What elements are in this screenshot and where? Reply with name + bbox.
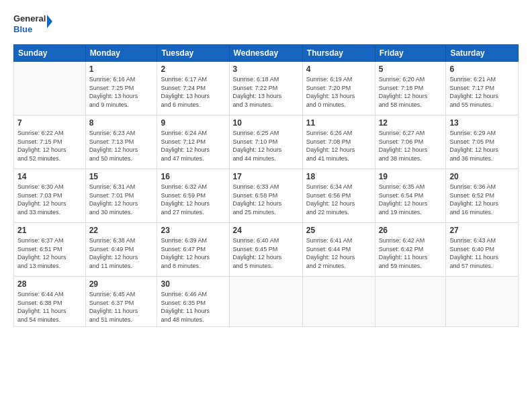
- day-info: Sunrise: 6:32 AMSunset: 6:59 PMDaylight:…: [161, 183, 225, 216]
- day-number: 6: [449, 64, 515, 74]
- calendar-cell: [375, 277, 446, 327]
- day-info: Sunrise: 6:18 AMSunset: 7:22 PMDaylight:…: [233, 75, 299, 109]
- day-info: Sunrise: 6:39 AMSunset: 6:47 PMDaylight:…: [161, 236, 225, 270]
- day-number: 25: [306, 226, 371, 235]
- day-info: Sunrise: 6:42 AMSunset: 6:42 PMDaylight:…: [379, 236, 443, 270]
- day-number: 26: [379, 226, 443, 235]
- day-number: 5: [379, 64, 443, 74]
- calendar-cell: 19Sunrise: 6:35 AMSunset: 6:54 PMDayligh…: [375, 169, 446, 223]
- calendar-cell: 5Sunrise: 6:20 AMSunset: 7:18 PMDaylight…: [375, 62, 446, 116]
- calendar-cell: 21Sunrise: 6:37 AMSunset: 6:51 PMDayligh…: [14, 223, 86, 277]
- day-number: 1: [89, 64, 154, 74]
- day-info: Sunrise: 6:33 AMSunset: 6:58 PMDaylight:…: [233, 183, 299, 216]
- day-info: Sunrise: 6:21 AMSunset: 7:17 PMDaylight:…: [449, 75, 515, 109]
- calendar-header-thursday: Thursday: [302, 45, 375, 62]
- calendar-cell: 16Sunrise: 6:32 AMSunset: 6:59 PMDayligh…: [157, 169, 229, 223]
- day-info: Sunrise: 6:45 AMSunset: 6:37 PMDaylight:…: [89, 290, 154, 324]
- day-info: Sunrise: 6:41 AMSunset: 6:44 PMDaylight:…: [306, 236, 371, 270]
- day-info: Sunrise: 6:43 AMSunset: 6:40 PMDaylight:…: [449, 236, 515, 270]
- day-number: 11: [306, 118, 371, 128]
- day-number: 21: [17, 226, 82, 235]
- day-info: Sunrise: 6:40 AMSunset: 6:45 PMDaylight:…: [233, 236, 299, 270]
- day-info: Sunrise: 6:19 AMSunset: 7:20 PMDaylight:…: [306, 75, 371, 109]
- day-number: 16: [161, 172, 225, 181]
- day-number: 23: [161, 226, 225, 235]
- calendar-cell: 22Sunrise: 6:38 AMSunset: 6:49 PMDayligh…: [85, 223, 157, 277]
- day-info: Sunrise: 6:46 AMSunset: 6:35 PMDaylight:…: [161, 290, 225, 324]
- day-number: 8: [89, 118, 154, 128]
- calendar-cell: 6Sunrise: 6:21 AMSunset: 7:17 PMDaylight…: [446, 62, 519, 116]
- day-info: Sunrise: 6:24 AMSunset: 7:12 PMDaylight:…: [161, 129, 225, 163]
- calendar-cell: 28Sunrise: 6:44 AMSunset: 6:38 PMDayligh…: [14, 277, 86, 327]
- day-number: 12: [379, 118, 443, 128]
- day-info: Sunrise: 6:27 AMSunset: 7:06 PMDaylight:…: [379, 129, 443, 163]
- day-number: 4: [306, 64, 371, 74]
- calendar-cell: 24Sunrise: 6:40 AMSunset: 6:45 PMDayligh…: [229, 223, 302, 277]
- day-info: Sunrise: 6:38 AMSunset: 6:49 PMDaylight:…: [89, 236, 154, 270]
- calendar-cell: [229, 277, 302, 327]
- calendar-cell: 18Sunrise: 6:34 AMSunset: 6:56 PMDayligh…: [302, 169, 375, 223]
- day-info: Sunrise: 6:35 AMSunset: 6:54 PMDaylight:…: [379, 183, 443, 216]
- calendar-cell: 15Sunrise: 6:31 AMSunset: 7:01 PMDayligh…: [85, 169, 157, 223]
- day-info: Sunrise: 6:20 AMSunset: 7:18 PMDaylight:…: [379, 75, 443, 109]
- day-number: 27: [449, 226, 515, 235]
- calendar-cell: 9Sunrise: 6:24 AMSunset: 7:12 PMDaylight…: [157, 116, 229, 169]
- calendar-cell: 11Sunrise: 6:26 AMSunset: 7:08 PMDayligh…: [302, 116, 375, 169]
- calendar-cell: [302, 277, 375, 327]
- day-info: Sunrise: 6:29 AMSunset: 7:05 PMDaylight:…: [449, 129, 515, 163]
- day-number: 3: [233, 64, 299, 74]
- day-info: Sunrise: 6:16 AMSunset: 7:25 PMDaylight:…: [89, 75, 154, 109]
- calendar-cell: 1Sunrise: 6:16 AMSunset: 7:25 PMDaylight…: [85, 62, 157, 116]
- day-info: Sunrise: 6:25 AMSunset: 7:10 PMDaylight:…: [233, 129, 299, 163]
- day-number: 14: [17, 172, 82, 181]
- day-info: Sunrise: 6:23 AMSunset: 7:13 PMDaylight:…: [89, 129, 154, 163]
- svg-marker-2: [47, 15, 52, 28]
- day-info: Sunrise: 6:17 AMSunset: 7:24 PMDaylight:…: [161, 75, 225, 109]
- calendar-cell: 25Sunrise: 6:41 AMSunset: 6:44 PMDayligh…: [302, 223, 375, 277]
- calendar-table: SundayMondayTuesdayWednesdayThursdayFrid…: [13, 44, 519, 327]
- day-info: Sunrise: 6:30 AMSunset: 7:03 PMDaylight:…: [17, 183, 82, 216]
- day-number: 13: [449, 118, 515, 128]
- calendar-cell: 12Sunrise: 6:27 AMSunset: 7:06 PMDayligh…: [375, 116, 446, 169]
- day-number: 24: [233, 226, 299, 235]
- day-info: Sunrise: 6:22 AMSunset: 7:15 PMDaylight:…: [17, 129, 82, 163]
- calendar-header-sunday: Sunday: [14, 45, 86, 62]
- day-number: 9: [161, 118, 225, 128]
- day-number: 30: [161, 279, 225, 289]
- svg-text:Blue: Blue: [13, 24, 32, 34]
- calendar-cell: 30Sunrise: 6:46 AMSunset: 6:35 PMDayligh…: [157, 277, 229, 327]
- page-header: General Blue: [13, 11, 519, 38]
- calendar-header-tuesday: Tuesday: [157, 45, 229, 62]
- day-number: 7: [17, 118, 82, 128]
- calendar-header-monday: Monday: [85, 45, 157, 62]
- calendar-header-saturday: Saturday: [446, 45, 519, 62]
- calendar-cell: [14, 62, 86, 116]
- day-info: Sunrise: 6:31 AMSunset: 7:01 PMDaylight:…: [89, 183, 154, 216]
- calendar-cell: 14Sunrise: 6:30 AMSunset: 7:03 PMDayligh…: [14, 169, 86, 223]
- logo: General Blue: [13, 11, 54, 38]
- calendar-cell: 23Sunrise: 6:39 AMSunset: 6:47 PMDayligh…: [157, 223, 229, 277]
- svg-text:General: General: [13, 13, 46, 24]
- calendar-cell: 17Sunrise: 6:33 AMSunset: 6:58 PMDayligh…: [229, 169, 302, 223]
- day-number: 29: [89, 279, 154, 289]
- calendar-cell: 29Sunrise: 6:45 AMSunset: 6:37 PMDayligh…: [85, 277, 157, 327]
- calendar-header-wednesday: Wednesday: [229, 45, 302, 62]
- calendar-cell: 8Sunrise: 6:23 AMSunset: 7:13 PMDaylight…: [85, 116, 157, 169]
- calendar-cell: 13Sunrise: 6:29 AMSunset: 7:05 PMDayligh…: [446, 116, 519, 169]
- calendar-cell: 27Sunrise: 6:43 AMSunset: 6:40 PMDayligh…: [446, 223, 519, 277]
- day-number: 2: [161, 64, 225, 74]
- day-number: 22: [89, 226, 154, 235]
- day-info: Sunrise: 6:34 AMSunset: 6:56 PMDaylight:…: [306, 183, 371, 216]
- day-info: Sunrise: 6:37 AMSunset: 6:51 PMDaylight:…: [17, 236, 82, 270]
- calendar-cell: 26Sunrise: 6:42 AMSunset: 6:42 PMDayligh…: [375, 223, 446, 277]
- calendar-header-row: SundayMondayTuesdayWednesdayThursdayFrid…: [14, 45, 519, 62]
- calendar-cell: [446, 277, 519, 327]
- calendar-cell: 2Sunrise: 6:17 AMSunset: 7:24 PMDaylight…: [157, 62, 229, 116]
- day-info: Sunrise: 6:26 AMSunset: 7:08 PMDaylight:…: [306, 129, 371, 163]
- day-number: 18: [306, 172, 371, 181]
- calendar-cell: 4Sunrise: 6:19 AMSunset: 7:20 PMDaylight…: [302, 62, 375, 116]
- day-number: 19: [379, 172, 443, 181]
- calendar-cell: 3Sunrise: 6:18 AMSunset: 7:22 PMDaylight…: [229, 62, 302, 116]
- calendar-header-friday: Friday: [375, 45, 446, 62]
- calendar-cell: 20Sunrise: 6:36 AMSunset: 6:52 PMDayligh…: [446, 169, 519, 223]
